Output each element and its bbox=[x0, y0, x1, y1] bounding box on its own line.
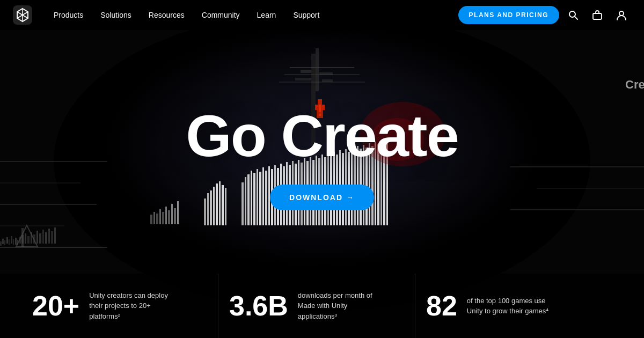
stat-item-games: 82 of the top 100 games use Unity to gro… bbox=[415, 274, 612, 338]
user-icon bbox=[616, 10, 627, 20]
nav-products[interactable]: Products bbox=[47, 6, 90, 24]
search-icon bbox=[568, 10, 579, 20]
stats-bar: 20+ Unity creators can deploy their proj… bbox=[0, 274, 644, 338]
nav-links: Products Solutions Resources Community L… bbox=[47, 6, 458, 24]
cart-icon bbox=[591, 10, 603, 20]
search-button[interactable] bbox=[564, 5, 583, 25]
unity-logo[interactable] bbox=[13, 5, 32, 25]
nav-resources[interactable]: Resources bbox=[142, 6, 191, 24]
stat-number-games: 82 bbox=[426, 292, 457, 320]
stat-item-platforms: 20+ Unity creators can deploy their proj… bbox=[32, 274, 218, 338]
plans-pricing-button[interactable]: PLANS AND PRICING bbox=[458, 6, 559, 24]
hero-content: Go Create DOWNLOAD → bbox=[186, 106, 458, 210]
stat-desc-games: of the top 100 games use Unity to grow t… bbox=[467, 296, 553, 317]
nav-solutions[interactable]: Solutions bbox=[94, 6, 138, 24]
svg-point-4 bbox=[619, 11, 624, 16]
stat-desc-downloads: downloads per month of Made with Unity a… bbox=[298, 290, 384, 322]
svg-rect-3 bbox=[593, 13, 602, 19]
nav-support[interactable]: Support bbox=[287, 6, 326, 24]
cart-button[interactable] bbox=[587, 5, 608, 25]
navbar: Products Solutions Resources Community L… bbox=[0, 0, 644, 30]
stat-desc-platforms: Unity creators can deploy their projects… bbox=[89, 290, 175, 322]
user-button[interactable] bbox=[612, 5, 631, 25]
hero-title: Go Create bbox=[186, 106, 458, 165]
stat-item-downloads: 3.6B downloads per month of Made with Un… bbox=[218, 274, 415, 338]
nav-community[interactable]: Community bbox=[195, 6, 246, 24]
stat-number-platforms: 20+ bbox=[32, 292, 79, 320]
stat-number-downloads: 3.6B bbox=[229, 292, 288, 320]
nav-learn[interactable]: Learn bbox=[251, 6, 283, 24]
download-button[interactable]: DOWNLOAD → bbox=[270, 185, 374, 210]
svg-line-2 bbox=[575, 17, 577, 19]
nav-actions: PLANS AND PRICING bbox=[458, 5, 631, 25]
